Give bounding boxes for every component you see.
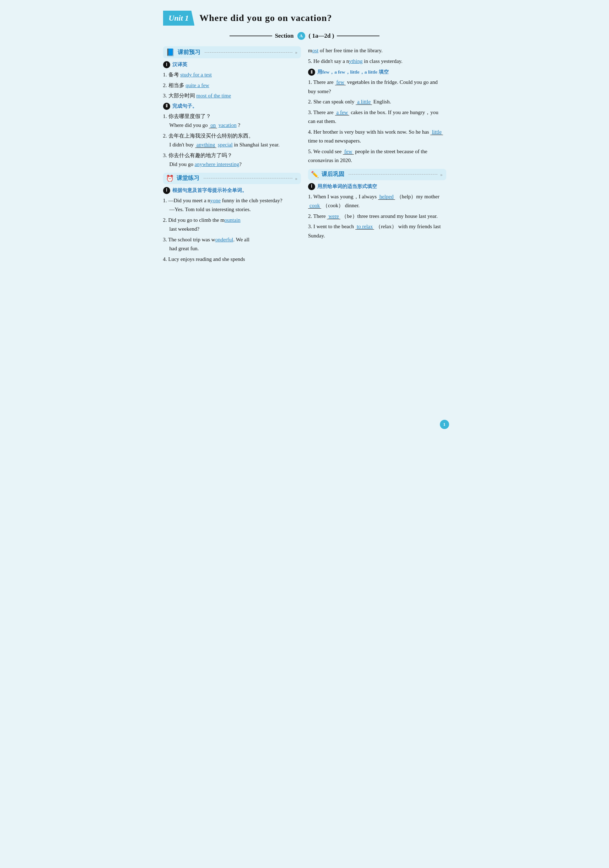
clock-icon: ⏰ xyxy=(166,175,174,182)
part2-title: 完成句子。 xyxy=(172,103,197,110)
sentence-3: 3. 你去什么有趣的地方了吗？ Did you go anywhere inte… xyxy=(163,151,301,169)
exercise-3: 3. The school trip was wonderful. We all… xyxy=(163,235,301,253)
trans-num-2: 2. xyxy=(163,82,168,88)
heading-line-right xyxy=(337,36,379,36)
preview-label: 课前预习 xyxy=(178,49,200,56)
blank-cook: cook xyxy=(308,203,321,209)
section-badge: A xyxy=(297,32,305,40)
section-label: Section xyxy=(275,33,294,39)
ex-num-4: 4. Lucy enjoys reading and she spends xyxy=(163,256,245,262)
fill-5: 5. We could see few people in the street… xyxy=(308,147,446,165)
part3-label: Ⅰ xyxy=(163,187,170,194)
fill-1: 1. There are few vegetables in the fridg… xyxy=(308,78,446,96)
part4-title: 用few，a few，little，a little 填空 xyxy=(317,69,389,75)
page-number: 1 xyxy=(440,420,449,429)
part2-header: Ⅱ 完成句子。 xyxy=(163,103,301,110)
blank-interesting: interesting xyxy=(215,161,239,167)
ex-num-2: 2. Did you go to climb the mountain xyxy=(163,217,241,223)
ex-num-1: 1. —Did you meet a nyone funny in the cl… xyxy=(163,198,283,203)
part1-header: Ⅰ 汉译英 xyxy=(163,61,301,68)
blank-were: were xyxy=(327,213,340,219)
blank-anywhere: anywhere xyxy=(195,161,215,167)
trans-zh-2: 相当多 xyxy=(168,82,186,88)
blank-torelax: to relax xyxy=(355,223,374,229)
blank-ost: ost xyxy=(312,48,319,53)
blank-anything: anything xyxy=(195,142,217,148)
trans-en-1: study for a test xyxy=(180,72,212,78)
exercise-1: 1. —Did you meet a nyone funny in the cl… xyxy=(163,196,301,214)
trans-en-3: most of the time xyxy=(196,93,231,98)
unit-header: Unit 1 Where did you go on vacation? xyxy=(163,11,446,26)
homework-label: 课后巩固 xyxy=(322,170,344,178)
blank-afew-3: a few xyxy=(335,110,349,116)
left-column: 📘 课前预习 » Ⅰ 汉译英 1. 备考 study for a test 2.… xyxy=(163,46,301,265)
wf-1: 1. When I was young，I always helped （hel… xyxy=(308,192,446,211)
part3-header: Ⅰ 根据句意及首字母提示补全单词。 xyxy=(163,187,301,194)
preview-dots xyxy=(205,52,292,53)
classwork-label: 课堂练习 xyxy=(176,175,199,182)
sentence-en-1: Where did you go on vacation ? xyxy=(163,122,241,128)
part4-label: Ⅱ xyxy=(308,68,315,76)
part1-title: 汉译英 xyxy=(172,62,187,68)
blank-on: on xyxy=(209,122,217,128)
homework-dots xyxy=(349,174,437,175)
ex-2-line2: last weekend? xyxy=(163,226,200,232)
ex-1-response: —Yes. Tom told us interesting stories. xyxy=(163,206,251,212)
ex-3-line2: had great fun. xyxy=(163,246,199,251)
translation-2: 2. 相当多 quite a few xyxy=(163,81,301,90)
blank-vacation: vacation xyxy=(218,122,236,128)
exercise-2: 2. Did you go to climb the mountain last… xyxy=(163,216,301,234)
sentence-en-2: I didn't buy anything special in Shangha… xyxy=(163,142,280,147)
translation-1: 1. 备考 study for a test xyxy=(163,70,301,80)
part2-label: Ⅱ xyxy=(163,103,170,110)
heading-line-left xyxy=(230,36,272,36)
wf-3: 3. I went to the beach to relax （relax） … xyxy=(308,222,446,240)
part5-title: 用所给单词的适当形式填空 xyxy=(317,183,377,190)
part4-header: Ⅱ 用few，a few，little，a little 填空 xyxy=(308,68,446,76)
translation-3: 3. 大部分时间 most of the time xyxy=(163,91,301,101)
sentence-num-1: 1. xyxy=(163,113,168,119)
sentence-2: 2. 去年在上海我没买什么特别的东西。 I didn't buy anythin… xyxy=(163,132,301,150)
section-range: ( 1a—2d ) xyxy=(309,33,334,39)
preview-arrow: » xyxy=(295,50,298,55)
sentence-zh-1: 你去哪里度假了？ xyxy=(168,113,211,119)
sentence-en-3: Did you go anywhere interesting? xyxy=(163,161,242,167)
exercise-4: 4. Lucy enjoys reading and she spends xyxy=(163,255,301,264)
book-icon: 📘 xyxy=(166,48,175,56)
blank-few-5: few xyxy=(343,149,354,155)
trans-en-2: quite a few xyxy=(185,82,209,88)
ex-num-3: 3. The school trip was wonderful. We all xyxy=(163,237,250,242)
trans-zh-3: 大部分时间 xyxy=(168,93,196,98)
blank-little-4: little xyxy=(430,129,443,135)
preview-box: 📘 课前预习 » xyxy=(163,46,301,58)
homework-arrow: » xyxy=(440,172,443,177)
blank-yone: yone xyxy=(210,198,221,203)
part5-label: Ⅰ xyxy=(308,183,315,190)
blank-helped: helped xyxy=(378,194,395,200)
blank-special: special xyxy=(218,142,233,147)
trans-zh-1: 备考 xyxy=(168,72,181,78)
blank-onderful: onderful xyxy=(215,237,233,242)
pencil-icon: ✏️ xyxy=(311,170,319,178)
classwork-arrow: » xyxy=(295,175,298,181)
part3-title: 根据句意及首字母提示补全单词。 xyxy=(172,187,247,194)
blank-ything: ything xyxy=(349,58,362,64)
unit-badge: Unit 1 xyxy=(163,11,195,26)
fill-3: 3. There are a few cakes in the box. If … xyxy=(308,108,446,126)
trans-num-3: 3. xyxy=(163,93,168,98)
blank-alittle-2: a little xyxy=(356,99,372,105)
ex4-continuation: most of her free time in the library. xyxy=(308,46,446,56)
fill-4: 4. Her brother is very busy with his wor… xyxy=(308,128,446,146)
blank-ountain: ountain xyxy=(224,217,241,223)
sentence-zh-2: 去年在上海我没买什么特别的东西。 xyxy=(168,133,254,139)
exercise-5: 5. He didn't say a nything in class yest… xyxy=(308,57,446,66)
classwork-dots xyxy=(204,178,292,178)
blank-few-1: few xyxy=(335,79,346,85)
main-content: 📘 课前预习 » Ⅰ 汉译英 1. 备考 study for a test 2.… xyxy=(163,46,446,265)
classwork-box: ⏰ 课堂练习 » xyxy=(163,173,301,184)
sentence-num-2: 2. xyxy=(163,133,168,139)
sentence-num-3: 3. xyxy=(163,152,168,158)
right-column: most of her free time in the library. 5.… xyxy=(308,46,446,242)
section-heading: Section A ( 1a—2d ) xyxy=(163,32,446,40)
sentence-1: 1. 你去哪里度假了？ Where did you go on vacation… xyxy=(163,112,301,130)
